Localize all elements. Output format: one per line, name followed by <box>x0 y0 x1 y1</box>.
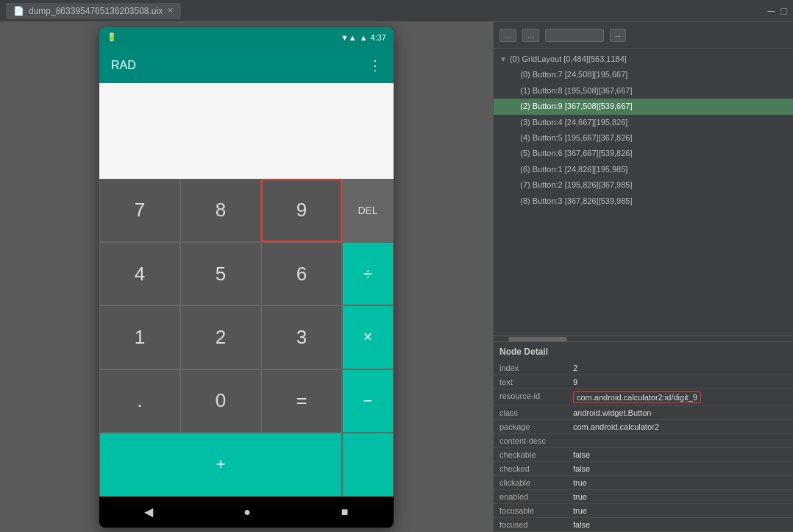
key-del[interactable]: DEL <box>342 179 394 242</box>
key-multiply[interactable]: × <box>342 305 394 369</box>
phone-frame: 🔋 ▼▲ ▲ 4:37 RAD ⋮ 7 8 9 DEL 4 5 6 ÷ 1 2 … <box>99 27 394 528</box>
minimize-icon[interactable]: ─ <box>768 5 775 17</box>
app-title: RAD <box>111 59 369 72</box>
detail-key-package: package <box>494 420 567 434</box>
detail-key-focused: focused <box>494 518 567 532</box>
phone-keypad: 7 8 9 DEL 4 5 6 ÷ 1 2 3 × . 0 = − + <box>99 179 394 497</box>
node-detail-title: Node Detail <box>494 342 793 361</box>
window-controls: ─ □ <box>768 5 787 17</box>
maximize-icon[interactable]: □ <box>781 5 787 17</box>
detail-val-focusable: true <box>567 504 793 518</box>
detail-key-text: text <box>494 375 567 389</box>
detail-val-checkable: false <box>567 448 793 462</box>
key-4[interactable]: 4 <box>99 242 180 305</box>
battery-icon: 🔋 <box>107 32 117 42</box>
tree-item-6[interactable]: (6) Button:1 [24,826][195,985] <box>494 162 793 177</box>
phone-status-bar: 🔋 ▼▲ ▲ 4:37 <box>99 27 394 48</box>
tree-item-2[interactable]: (2) Button:9 [367,508][539,667] <box>494 99 793 114</box>
left-panel: 🔋 ▼▲ ▲ 4:37 RAD ⋮ 7 8 9 DEL 4 5 6 ÷ 1 2 … <box>0 22 493 532</box>
detail-key-index: index <box>494 361 567 375</box>
detail-key-content-desc: content-desc <box>494 434 567 448</box>
node-detail-panel: Node Detail index 2 text 9 resource-id c… <box>494 341 793 532</box>
key-dot[interactable]: . <box>99 369 180 433</box>
phone-toolbar: RAD ⋮ <box>99 48 394 83</box>
nav-back-icon[interactable]: ◀ <box>144 505 153 519</box>
detail-key-resource-id: resource-id <box>494 389 567 406</box>
detail-row-class: class android.widget.Button <box>494 406 793 420</box>
detail-row-enabled: enabled true <box>494 490 793 504</box>
detail-val-focused: false <box>567 518 793 532</box>
file-icon: 📄 <box>13 6 24 16</box>
detail-row-checked: checked false <box>494 462 793 476</box>
detail-val-resource-id: com.android.calculator2:id/digit_9 <box>567 389 793 406</box>
time-display: 4:37 <box>371 33 386 42</box>
tree-item-1[interactable]: (1) Button:8 [195,508][367,667] <box>494 83 793 99</box>
detail-key-checked: checked <box>494 462 567 476</box>
scrollbar-thumb <box>508 337 567 341</box>
tree-expand-icon: ▼ <box>499 54 507 65</box>
signal-icon: ▲ <box>360 33 368 42</box>
title-bar: 📄 dump_863395476513620​3508.uix ✕ ─ □ <box>0 0 793 22</box>
key-1[interactable]: 1 <box>99 305 180 369</box>
key-minus[interactable]: − <box>342 369 394 433</box>
detail-val-content-desc <box>567 434 793 448</box>
resource-id-value: com.android.calculator2:id/digit_9 <box>573 391 701 403</box>
toolbar-btn-2[interactable]: ... <box>522 29 539 42</box>
key-2[interactable]: 2 <box>180 305 261 369</box>
phone-navbar: ◀ ● ■ <box>99 497 394 528</box>
tab-close-icon[interactable]: ✕ <box>167 6 174 15</box>
key-3[interactable]: 3 <box>261 305 342 369</box>
toolbar-btn-1[interactable]: ... <box>499 29 516 42</box>
toolbar-search-input[interactable] <box>545 29 604 42</box>
key-7[interactable]: 7 <box>99 179 180 242</box>
detail-row-clickable: clickable true <box>494 476 793 490</box>
key-5[interactable]: 5 <box>180 242 261 305</box>
detail-row-text: text 9 <box>494 375 793 389</box>
key-divide[interactable]: ÷ <box>342 242 394 305</box>
detail-val-checked: false <box>567 462 793 476</box>
detail-row-focusable: focusable true <box>494 504 793 518</box>
main-content: 🔋 ▼▲ ▲ 4:37 RAD ⋮ 7 8 9 DEL 4 5 6 ÷ 1 2 … <box>0 22 793 532</box>
key-6[interactable]: 6 <box>261 242 342 305</box>
tree-item-4[interactable]: (4) Button:5 [195,667][367,826] <box>494 130 793 146</box>
key-equals[interactable]: = <box>261 369 342 433</box>
status-left: 🔋 <box>107 32 117 42</box>
detail-val-class: android.widget.Button <box>567 406 793 420</box>
tree-item-5[interactable]: (5) Button:6 [367,667][539,826] <box>494 146 793 161</box>
key-8[interactable]: 8 <box>180 179 261 242</box>
tree-area[interactable]: ▼ (0) GridLayout [0,484][563,1184] (0) B… <box>494 49 793 336</box>
detail-key-class: class <box>494 406 567 420</box>
detail-key-enabled: enabled <box>494 490 567 504</box>
tree-item-7[interactable]: (7) Button:2 [195,826][367,985] <box>494 177 793 193</box>
key-9[interactable]: 9 <box>261 179 342 242</box>
key-0[interactable]: 0 <box>180 369 261 433</box>
tree-item-0[interactable]: (0) Button:7 [24,508][195,667] <box>494 67 793 82</box>
detail-key-clickable: clickable <box>494 476 567 490</box>
editor-tab[interactable]: 📄 dump_863395476513620​3508.uix ✕ <box>6 3 181 19</box>
detail-table: index 2 text 9 resource-id com.android.c… <box>494 361 793 532</box>
tab-label: dump_863395476513620​3508.uix <box>29 6 163 16</box>
nav-recents-icon[interactable]: ■ <box>341 506 349 519</box>
tree-item-8[interactable]: (8) Button:3 [367,826][539,985] <box>494 194 793 209</box>
detail-row-resource-id: resource-id com.android.calculator2:id/d… <box>494 389 793 406</box>
toolbar-menu-icon[interactable]: ⋮ <box>369 57 382 74</box>
tree-root-item[interactable]: ▼ (0) GridLayout [0,484][563,1184] <box>494 52 793 67</box>
nav-home-icon[interactable]: ● <box>243 506 251 519</box>
detail-val-clickable: true <box>567 476 793 490</box>
detail-key-checkable: checkable <box>494 448 567 462</box>
key-plus-bottom[interactable]: + <box>99 433 342 496</box>
right-panel: ... ... -- ▼ (0) GridLayout [0,484][563,… <box>493 22 793 532</box>
detail-row-index: index 2 <box>494 361 793 375</box>
phone-display <box>99 83 394 179</box>
status-right: ▼▲ ▲ 4:37 <box>341 33 386 42</box>
detail-row-package: package com.android.calculator2 <box>494 420 793 434</box>
detail-val-enabled: true <box>567 490 793 504</box>
wifi-icon: ▼▲ <box>341 33 357 42</box>
key-accent-filler <box>342 433 394 496</box>
toolbar-btn-3[interactable]: -- <box>610 29 625 42</box>
horizontal-scrollbar[interactable] <box>494 336 793 341</box>
tree-item-3[interactable]: (3) Button:4 [24,667][195,826] <box>494 115 793 130</box>
tree-root-label: (0) GridLayout [0,484][563,1184] <box>510 54 627 65</box>
right-toolbar: ... ... -- <box>494 22 793 49</box>
detail-row-focused: focused false <box>494 518 793 532</box>
